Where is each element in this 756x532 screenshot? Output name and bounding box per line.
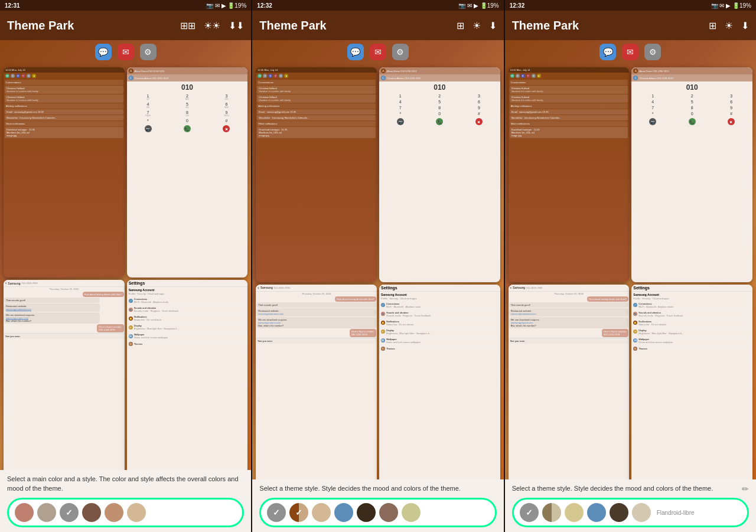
key2-1[interactable]: 1 bbox=[381, 93, 420, 99]
color-swatch-2-7[interactable] bbox=[402, 503, 421, 522]
video-call-btn-3[interactable]: 📷 bbox=[649, 118, 656, 125]
messages-icon-2[interactable]: 💬 bbox=[347, 44, 364, 60]
settings-item-display-2[interactable]: ☀ DisplayBrightness · Blue light filter … bbox=[379, 328, 500, 337]
key-3[interactable]: 3DEF bbox=[207, 93, 246, 101]
color-swatch-3-1[interactable] bbox=[520, 503, 539, 522]
key3-3[interactable]: 3 bbox=[712, 93, 751, 99]
color-swatch-3-6[interactable] bbox=[632, 503, 651, 522]
color-swatch-2-1[interactable] bbox=[267, 503, 286, 522]
settings-item-sound-1[interactable]: 🔊 Sounds and vibrationSounds mode · Ring… bbox=[127, 305, 248, 314]
video-call-btn-1[interactable]: 📷 bbox=[145, 125, 152, 132]
key3-4[interactable]: 4 bbox=[633, 99, 672, 105]
chat-back-3[interactable]: ‹ bbox=[510, 286, 511, 290]
key3-0[interactable]: 0 bbox=[673, 111, 712, 116]
settings-item-sound-3[interactable]: 🔊 Sounds and vibrationSounds mode · Ring… bbox=[631, 310, 752, 319]
key-star[interactable]: * bbox=[129, 118, 168, 123]
color-swatch-1-6[interactable] bbox=[127, 503, 146, 522]
settings-item-wallpaper-1[interactable]: 🖼 WallpaperHome and lock screen wallpape… bbox=[127, 332, 248, 341]
key2-star[interactable]: * bbox=[381, 111, 420, 116]
messages-icon-1[interactable]: 💬 bbox=[95, 44, 112, 60]
color-swatch-2-3[interactable] bbox=[312, 503, 331, 522]
key-4[interactable]: 4GHI bbox=[129, 102, 168, 109]
key-9[interactable]: 9WXYZ bbox=[207, 110, 246, 118]
key3-8[interactable]: 8 bbox=[673, 105, 712, 110]
key2-2[interactable]: 2 bbox=[421, 93, 460, 99]
key2-3[interactable]: 3 bbox=[460, 93, 498, 99]
key3-9[interactable]: 9 bbox=[712, 105, 751, 110]
key2-6[interactable]: 6 bbox=[460, 99, 498, 105]
key2-7[interactable]: 7 bbox=[381, 105, 420, 110]
chat-input-3[interactable]: See you soon. bbox=[509, 338, 630, 344]
key3-5[interactable]: 5 bbox=[673, 99, 712, 105]
color-swatch-1-2[interactable] bbox=[37, 503, 56, 522]
key-6[interactable]: 6MNO bbox=[207, 102, 246, 109]
color-swatch-2-2[interactable] bbox=[289, 503, 308, 522]
chat-back-btn-1[interactable]: ‹ bbox=[5, 281, 6, 285]
key-1[interactable]: 1QD bbox=[129, 93, 168, 101]
key2-8[interactable]: 8 bbox=[421, 105, 460, 110]
call-btn-1[interactable]: 📞 bbox=[184, 125, 191, 132]
key3-hash[interactable]: # bbox=[712, 111, 751, 116]
settings-item-themes-2[interactable]: 🎨 Themes bbox=[379, 345, 500, 352]
key-7[interactable]: 7PQRS bbox=[129, 110, 168, 118]
color-swatch-3-2[interactable] bbox=[542, 503, 561, 522]
settings-item-connections-3[interactable]: 🔗 ConnectionsWi-Fi · Bluetooth · Airplan… bbox=[631, 301, 752, 310]
key2-5[interactable]: 5 bbox=[421, 99, 460, 105]
grid-icon-2[interactable]: ⊞ bbox=[457, 20, 464, 31]
key-2[interactable]: 2ABC bbox=[168, 93, 207, 101]
settings-item-connections-1[interactable]: 🔗 ConnectionsWi-Fi · Bluetooth · Airplan… bbox=[127, 296, 248, 305]
key3-7[interactable]: 7 bbox=[633, 105, 672, 110]
call-btn-2[interactable]: 📞 bbox=[436, 118, 443, 125]
color-swatch-1-1[interactable] bbox=[15, 503, 34, 522]
grid-icon-1[interactable]: ⊞ bbox=[180, 20, 195, 31]
chat-input-2[interactable]: See you soon. bbox=[256, 338, 377, 344]
color-swatch-2-6[interactable] bbox=[379, 503, 398, 522]
key2-9[interactable]: 9 bbox=[460, 105, 498, 110]
download-icon-2[interactable]: ⬇ bbox=[489, 20, 497, 31]
settings-item-wallpaper-2[interactable]: 🖼 WallpaperHome and lock screen wallpape… bbox=[379, 337, 500, 345]
chat-input-1[interactable]: See you soon. bbox=[4, 333, 125, 339]
messages-icon-3[interactable]: 💬 bbox=[599, 44, 616, 60]
key3-star[interactable]: * bbox=[633, 111, 672, 116]
color-swatch-1-5[interactable] bbox=[105, 503, 123, 522]
download-icon-3[interactable]: ⬇ bbox=[741, 20, 749, 31]
settings-item-display-1[interactable]: ☀ DisplayBrightness · Blue light filter … bbox=[127, 323, 248, 332]
color-swatch-2-5[interactable] bbox=[357, 503, 376, 522]
key-0[interactable]: 0 bbox=[168, 118, 207, 123]
color-swatch-2-4[interactable] bbox=[334, 503, 353, 522]
sun-icon-3[interactable]: ☀ bbox=[725, 20, 733, 31]
key3-2[interactable]: 2 bbox=[673, 93, 712, 99]
end-call-btn-3[interactable]: ✖ bbox=[728, 118, 735, 125]
settings-icon-1[interactable]: ⚙ bbox=[140, 44, 157, 60]
color-swatch-3-4[interactable] bbox=[587, 503, 606, 522]
color-swatch-3-5[interactable] bbox=[610, 503, 628, 522]
key3-1[interactable]: 1 bbox=[633, 93, 672, 99]
end-call-btn-2[interactable]: ✖ bbox=[475, 118, 483, 125]
key-8[interactable]: 8TUV bbox=[168, 110, 207, 118]
key2-4[interactable]: 4 bbox=[381, 99, 420, 105]
key2-hash[interactable]: # bbox=[460, 111, 498, 116]
color-swatch-1-4[interactable] bbox=[82, 503, 101, 522]
settings-icon-2[interactable]: ⚙ bbox=[392, 44, 409, 60]
color-swatch-1-3[interactable] bbox=[60, 503, 79, 522]
download-icon-1[interactable]: ⬇ bbox=[229, 20, 244, 31]
email-icon-2[interactable]: ✉ bbox=[370, 44, 386, 60]
end-call-btn-1[interactable]: ✖ bbox=[223, 125, 230, 132]
settings-item-notif-1[interactable]: 🔔 NotificationsStatus bar · Do not distu… bbox=[127, 314, 248, 323]
settings-item-themes-3[interactable]: 🎨 Themes bbox=[631, 345, 752, 352]
settings-item-wallpaper-3[interactable]: 🖼 WallpaperHome and lock screen wallpape… bbox=[631, 337, 752, 345]
key-5[interactable]: 5JKL bbox=[168, 102, 207, 109]
sun-icon-1[interactable]: ☀ bbox=[204, 20, 220, 31]
key3-6[interactable]: 6 bbox=[712, 99, 751, 105]
key-hash[interactable]: # bbox=[207, 118, 246, 123]
settings-item-display-3[interactable]: ☀ DisplayBrightness · Blue light filter … bbox=[631, 328, 752, 337]
sun-icon-2[interactable]: ☀ bbox=[472, 20, 481, 31]
settings-icon-3[interactable]: ⚙ bbox=[644, 44, 661, 60]
settings-item-connections-2[interactable]: 🔗 ConnectionsWi-Fi · Bluetooth · Airplan… bbox=[379, 301, 500, 310]
key2-0[interactable]: 0 bbox=[421, 111, 460, 116]
settings-item-sound-2[interactable]: 🔊 Sounds and vibrationSounds mode · Ring… bbox=[379, 310, 500, 319]
edit-icon-3[interactable]: ✏ bbox=[742, 484, 749, 494]
call-btn-3[interactable]: 📞 bbox=[689, 118, 696, 125]
chat-back-2[interactable]: ‹ bbox=[258, 286, 259, 290]
settings-item-themes-1[interactable]: 🎨 Themes bbox=[127, 341, 248, 347]
